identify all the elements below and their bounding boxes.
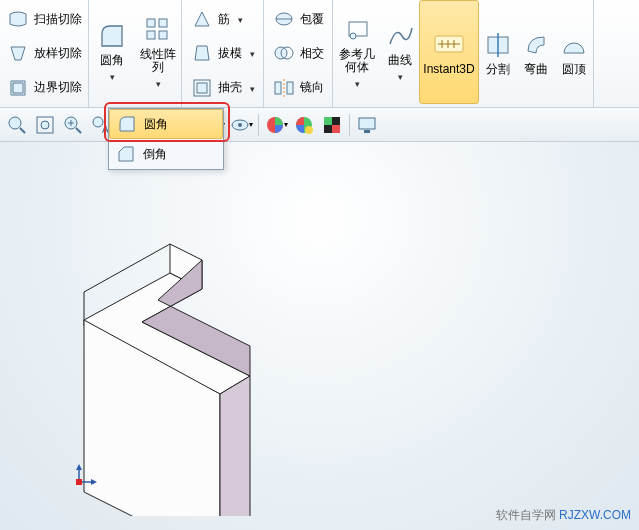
label: 包覆 — [300, 11, 324, 28]
watermark-text: 软件自学网 — [496, 508, 556, 522]
label: 倒角 — [143, 146, 167, 163]
ribbon-group-feature: 圆角 ▾ 线性阵列 ▾ — [89, 0, 182, 107]
intersect-button[interactable]: 相交 — [270, 37, 326, 69]
svg-point-38 — [238, 123, 242, 127]
separator — [349, 114, 350, 136]
label: 圆顶 — [562, 63, 586, 76]
svg-marker-53 — [220, 376, 250, 516]
fillet-icon — [96, 20, 128, 52]
curves-button[interactable]: 曲线 ▾ — [381, 0, 419, 104]
label: Instant3D — [423, 63, 474, 76]
hide-show-icon[interactable]: ▾ — [228, 112, 254, 138]
dropdown-arrow-icon[interactable]: ▾ — [110, 71, 115, 84]
magnify-icon[interactable] — [60, 112, 86, 138]
zoom-icon[interactable] — [4, 112, 30, 138]
flex-button[interactable]: 弯曲 — [517, 0, 555, 104]
svg-point-22 — [9, 117, 21, 129]
fillet-dropdown: 圆角 倒角 — [108, 108, 224, 170]
loft-cut-button[interactable]: 放样切除 — [4, 37, 84, 69]
svg-rect-0 — [147, 19, 155, 27]
linear-pattern-icon — [142, 14, 174, 46]
mirror-icon — [272, 76, 296, 100]
label: 圆角 — [144, 116, 168, 133]
dropdown-arrow-icon[interactable]: ▾ — [250, 49, 255, 59]
flex-icon — [520, 29, 552, 61]
dome-button[interactable]: 圆顶 — [555, 0, 593, 104]
shell-button[interactable]: 抽壳 ▾ — [188, 72, 257, 104]
wrap-icon — [272, 7, 296, 31]
label: 抽壳 — [218, 79, 242, 96]
curves-icon — [384, 20, 416, 52]
wrap-button[interactable]: 包覆 — [270, 3, 326, 35]
label: 圆角 — [100, 54, 124, 67]
fillet-icon — [116, 113, 138, 135]
label: 分割 — [486, 63, 510, 76]
svg-marker-58 — [76, 464, 82, 470]
label: 相交 — [300, 45, 324, 62]
draft-icon — [190, 41, 214, 65]
svg-rect-1 — [159, 19, 167, 27]
dropdown-arrow-icon[interactable]: ▾ — [238, 15, 243, 25]
shell-icon — [190, 76, 214, 100]
render-icon[interactable] — [319, 112, 345, 138]
viewport[interactable]: 软件自学网 RJZXW.COM — [0, 142, 639, 530]
dropdown-arrow-icon[interactable]: ▾ — [398, 71, 403, 84]
svg-rect-46 — [359, 118, 375, 129]
loft-cut-icon — [6, 41, 30, 65]
zoom-fit-icon[interactable] — [32, 112, 58, 138]
sweep-cut-button[interactable]: 扫描切除 — [4, 3, 84, 35]
split-icon — [482, 29, 514, 61]
appearance-icon[interactable]: ▾ — [263, 112, 289, 138]
intersect-icon — [272, 41, 296, 65]
boundary-cut-icon — [6, 76, 30, 100]
label: 拔模 — [218, 45, 242, 62]
mirror-button[interactable]: 镜向 — [270, 72, 326, 104]
boundary-cut-button[interactable]: 边界切除 — [4, 72, 84, 104]
dropdown-arrow-icon[interactable]: ▾ — [156, 78, 161, 91]
svg-rect-11 — [287, 82, 293, 94]
separator — [258, 114, 259, 136]
dome-icon — [558, 29, 590, 61]
label: 筋 — [218, 11, 230, 28]
screen-icon[interactable] — [354, 112, 380, 138]
label: 线性阵列 — [137, 48, 179, 74]
svg-line-23 — [20, 128, 25, 133]
reference-geom-icon — [341, 14, 373, 46]
dropdown-item-fillet[interactable]: 圆角 — [109, 109, 223, 139]
rib-button[interactable]: 筋 ▾ — [188, 3, 257, 35]
ribbon-group-4: 参考几何体 ▾ 曲线 ▾ Instant3D 分割 — [333, 0, 594, 107]
dropdown-arrow-icon[interactable]: ▾ — [355, 78, 360, 91]
watermark-url: RJZXW.COM — [559, 508, 631, 522]
label: 曲线 — [388, 54, 412, 67]
svg-rect-45 — [332, 125, 340, 133]
ribbon: 扫描切除 放样切除 边界切除 圆角 ▾ — [0, 0, 639, 108]
label: 参考几何体 — [335, 48, 379, 74]
label: 镜向 — [300, 79, 324, 96]
fillet-button[interactable]: 圆角 ▾ — [89, 0, 135, 104]
dropdown-arrow-icon[interactable]: ▾ — [250, 84, 255, 94]
ribbon-group-2: 筋 ▾ 拔模 ▾ 抽壳 ▾ — [182, 0, 264, 107]
view-toolbar: A ▾ ▾ ▾ ▾ ▾ — [0, 108, 639, 142]
svg-line-27 — [76, 128, 81, 133]
instant3d-button[interactable]: Instant3D — [419, 0, 479, 104]
dropdown-item-chamfer[interactable]: 倒角 — [109, 139, 223, 169]
reference-geom-button[interactable]: 参考几何体 ▾ — [333, 0, 381, 104]
svg-rect-3 — [159, 31, 167, 39]
linear-pattern-button[interactable]: 线性阵列 ▾ — [135, 0, 181, 104]
svg-rect-10 — [275, 82, 281, 94]
scene-icon[interactable] — [291, 112, 317, 138]
sweep-cut-icon — [6, 7, 30, 31]
svg-rect-5 — [197, 83, 207, 93]
chamfer-icon — [115, 143, 137, 165]
svg-rect-44 — [324, 117, 332, 125]
svg-rect-2 — [147, 31, 155, 39]
label: 扫描切除 — [34, 11, 82, 28]
svg-rect-61 — [76, 479, 82, 485]
rib-icon — [190, 7, 214, 31]
split-button[interactable]: 分割 — [479, 0, 517, 104]
svg-point-14 — [350, 33, 356, 39]
svg-point-42 — [305, 126, 313, 134]
label: 弯曲 — [524, 63, 548, 76]
draft-button[interactable]: 拔模 ▾ — [188, 37, 257, 69]
label: 放样切除 — [34, 45, 82, 62]
